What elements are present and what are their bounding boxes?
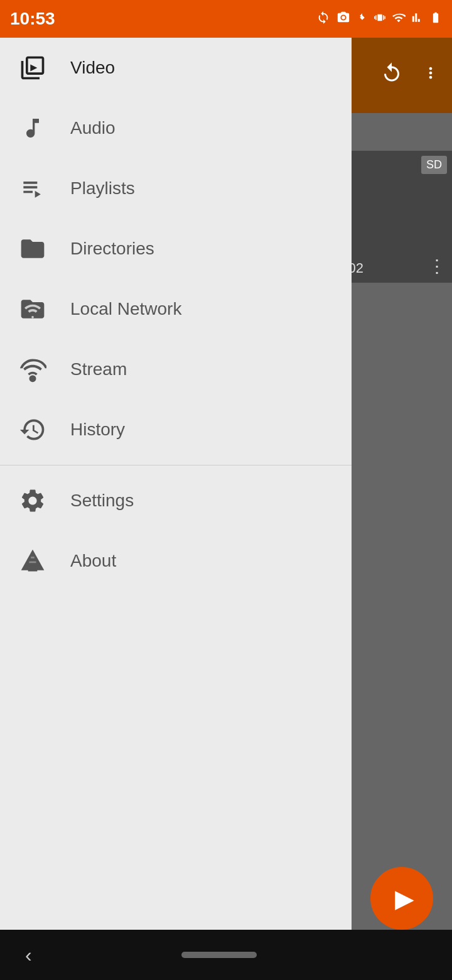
play-fab-button[interactable]: ▶: [370, 867, 433, 930]
play-icon: ▶: [395, 884, 414, 913]
status-time: 10:53: [10, 9, 55, 29]
nav-label-about: About: [70, 551, 116, 571]
nav-item-video[interactable]: Video: [0, 38, 352, 98]
nav-item-audio[interactable]: Audio: [0, 98, 352, 158]
playlist-icon: [18, 173, 48, 204]
nav-item-stream[interactable]: Stream: [0, 339, 352, 400]
local-network-icon: [18, 294, 48, 324]
history-icon: [18, 415, 48, 445]
svg-marker-1: [21, 550, 45, 570]
nav-label-history: History: [70, 420, 125, 440]
nav-item-directories[interactable]: Directories: [0, 219, 352, 279]
nav-item-playlists[interactable]: Playlists: [0, 158, 352, 219]
screenshot-icon: [336, 11, 350, 28]
home-pill[interactable]: [181, 952, 257, 958]
nav-divider: [0, 465, 352, 466]
settings-icon: [18, 486, 48, 516]
clapperboard-icon: [18, 53, 48, 83]
video-more-icon[interactable]: ⋮: [428, 256, 446, 276]
svg-rect-2: [28, 568, 38, 572]
sd-badge: SD: [421, 156, 447, 174]
nav-item-about[interactable]: About: [0, 531, 352, 591]
folder-icon: [18, 234, 48, 264]
nav-label-local-network: Local Network: [70, 299, 181, 319]
nav-item-history[interactable]: History: [0, 400, 352, 460]
wifi-icon: [392, 11, 406, 28]
more-options-icon[interactable]: [422, 62, 439, 89]
back-button[interactable]: ‹: [25, 944, 32, 967]
status-icons: [316, 11, 442, 28]
bluetooth-icon: [357, 11, 368, 28]
nav-label-directories: Directories: [70, 239, 154, 259]
svg-point-0: [30, 375, 36, 382]
nav-item-settings[interactable]: Settings: [0, 471, 352, 531]
signal-icon: [412, 11, 423, 28]
sync-icon: [316, 11, 330, 28]
vibrate-icon: [374, 11, 385, 28]
nav-label-audio: Audio: [70, 118, 116, 138]
nav-label-settings: Settings: [70, 491, 134, 511]
nav-label-video: Video: [70, 58, 115, 78]
nav-item-local-network[interactable]: Local Network: [0, 279, 352, 339]
nav-drawer: Video Audio Playlists Directories Local …: [0, 38, 352, 980]
nav-label-playlists: Playlists: [70, 178, 135, 199]
about-icon: [18, 546, 48, 576]
bottom-nav-bar: ‹: [0, 930, 452, 980]
music-icon: [18, 113, 48, 143]
nav-label-stream: Stream: [70, 359, 127, 379]
status-bar: 10:53: [0, 0, 452, 38]
replay-icon[interactable]: [380, 62, 403, 89]
stream-icon: [18, 354, 48, 384]
battery-icon: [429, 11, 442, 28]
